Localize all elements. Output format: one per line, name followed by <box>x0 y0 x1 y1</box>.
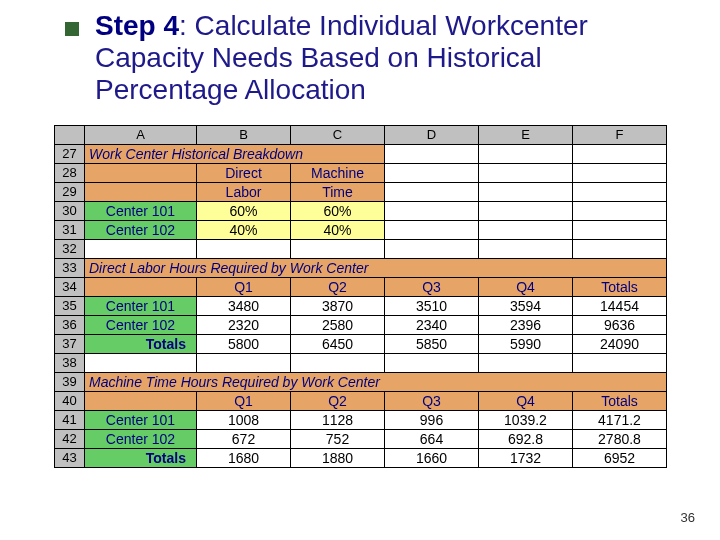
cell <box>479 201 573 220</box>
cell-value: 1880 <box>291 448 385 467</box>
cell <box>479 353 573 372</box>
cell <box>291 353 385 372</box>
cell <box>385 220 479 239</box>
cell-value: 40% <box>291 220 385 239</box>
row-num: 41 <box>55 410 85 429</box>
col-header-b: B <box>197 125 291 144</box>
q-header: Q4 <box>479 277 573 296</box>
center-label: Center 102 <box>85 220 197 239</box>
cell <box>573 239 667 258</box>
cell <box>85 182 197 201</box>
cell <box>573 220 667 239</box>
slide-title: Step 4: Calculate Individual Workcenter … <box>95 10 690 107</box>
cell-value: 2580 <box>291 315 385 334</box>
cell <box>573 144 667 163</box>
col-header-a: A <box>85 125 197 144</box>
col-header-c: C <box>291 125 385 144</box>
row-29: 29 Labor Time <box>55 182 667 201</box>
q-header: Q2 <box>291 391 385 410</box>
cell-value: 1039.2 <box>479 410 573 429</box>
row-num: 30 <box>55 201 85 220</box>
section1-sub-c2: Time <box>291 182 385 201</box>
row-num: 27 <box>55 144 85 163</box>
cell-value: 9636 <box>573 315 667 334</box>
section1-title: Work Center Historical Breakdown <box>85 144 385 163</box>
section1-sub-b: Direct <box>197 163 291 182</box>
cell-value: 1732 <box>479 448 573 467</box>
cell <box>573 201 667 220</box>
row-num: 34 <box>55 277 85 296</box>
row-28: 28 Direct Machine <box>55 163 667 182</box>
row-39: 39 Machine Time Hours Required by Work C… <box>55 372 667 391</box>
spreadsheet: A B C D E F 27 Work Center Historical Br… <box>54 125 666 468</box>
center-label: Center 101 <box>85 201 197 220</box>
cell-value: 5800 <box>197 334 291 353</box>
col-header-d: D <box>385 125 479 144</box>
bullet-square-icon <box>65 22 79 36</box>
cell-value: 5990 <box>479 334 573 353</box>
row-num: 35 <box>55 296 85 315</box>
cell-value: 3480 <box>197 296 291 315</box>
totals-label: Totals <box>85 448 197 467</box>
cell-value: 4171.2 <box>573 410 667 429</box>
column-header-row: A B C D E F <box>55 125 667 144</box>
cell-value: 1660 <box>385 448 479 467</box>
q-header: Q3 <box>385 391 479 410</box>
cell <box>197 353 291 372</box>
cell <box>479 239 573 258</box>
step-label: Step 4 <box>95 10 179 41</box>
totals-header: Totals <box>573 391 667 410</box>
cell <box>573 182 667 201</box>
section2-title: Direct Labor Hours Required by Work Cent… <box>85 258 667 277</box>
q-header: Q2 <box>291 277 385 296</box>
cell-value: 2396 <box>479 315 573 334</box>
cell-value: 1008 <box>197 410 291 429</box>
center-label: Center 101 <box>85 410 197 429</box>
cell <box>197 239 291 258</box>
row-38: 38 <box>55 353 667 372</box>
totals-label: Totals <box>85 334 197 353</box>
cell-value: 2340 <box>385 315 479 334</box>
cell-value: 60% <box>197 201 291 220</box>
cell <box>291 239 385 258</box>
row-num: 33 <box>55 258 85 277</box>
cell <box>385 239 479 258</box>
row-num: 31 <box>55 220 85 239</box>
row-31: 31 Center 102 40% 40% <box>55 220 667 239</box>
q-header: Q3 <box>385 277 479 296</box>
row-num: 43 <box>55 448 85 467</box>
cell <box>385 163 479 182</box>
cell-value: 2320 <box>197 315 291 334</box>
page-number: 36 <box>681 510 695 525</box>
row-34: 34 Q1 Q2 Q3 Q4 Totals <box>55 277 667 296</box>
row-42: 42 Center 102 672 752 664 692.8 2780.8 <box>55 429 667 448</box>
cell <box>85 353 197 372</box>
cell <box>479 182 573 201</box>
cell <box>385 353 479 372</box>
cell-value: 3510 <box>385 296 479 315</box>
cell-value: 60% <box>291 201 385 220</box>
q-header: Q1 <box>197 391 291 410</box>
row-35: 35 Center 101 3480 3870 3510 3594 14454 <box>55 296 667 315</box>
section3-title: Machine Time Hours Required by Work Cent… <box>85 372 667 391</box>
center-label: Center 102 <box>85 429 197 448</box>
q-header: Q1 <box>197 277 291 296</box>
cell-value: 996 <box>385 410 479 429</box>
cell <box>85 239 197 258</box>
col-header-e: E <box>479 125 573 144</box>
row-num: 39 <box>55 372 85 391</box>
cell-value: 40% <box>197 220 291 239</box>
cell-value: 1128 <box>291 410 385 429</box>
cell-value: 664 <box>385 429 479 448</box>
row-num: 36 <box>55 315 85 334</box>
cell <box>85 163 197 182</box>
cell-value: 752 <box>291 429 385 448</box>
row-num: 32 <box>55 239 85 258</box>
row-num: 38 <box>55 353 85 372</box>
cell <box>385 201 479 220</box>
row-33: 33 Direct Labor Hours Required by Work C… <box>55 258 667 277</box>
cell-value: 14454 <box>573 296 667 315</box>
section1-sub-c: Machine <box>291 163 385 182</box>
row-num: 42 <box>55 429 85 448</box>
row-37: 37 Totals 5800 6450 5850 5990 24090 <box>55 334 667 353</box>
